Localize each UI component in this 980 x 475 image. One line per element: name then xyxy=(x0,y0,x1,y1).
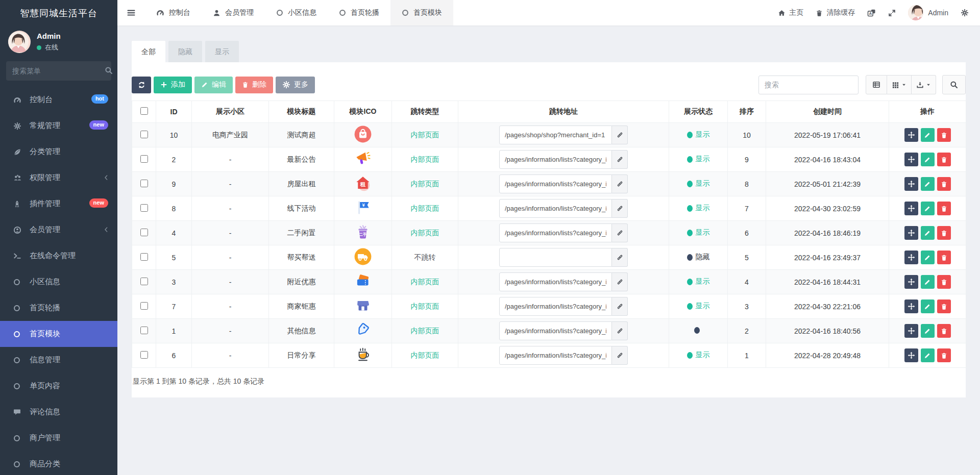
delete-row-button[interactable] xyxy=(937,128,951,142)
delete-row-button[interactable] xyxy=(937,275,951,289)
topbar-tab-5[interactable]: 首页模块 xyxy=(390,0,453,26)
topbar-tab-1[interactable]: 控制台 xyxy=(145,0,202,26)
sidebar-item-7[interactable]: 在线命令管理 xyxy=(0,243,117,269)
row-checkbox[interactable] xyxy=(140,180,148,187)
jump-url-input[interactable] xyxy=(499,297,612,316)
jump-url-input[interactable] xyxy=(499,248,612,267)
move-row-button[interactable] xyxy=(904,251,918,264)
filter-tab-2[interactable]: 隐藏 xyxy=(168,41,202,62)
delete-button[interactable]: 删除 xyxy=(235,77,273,93)
edit-row-button[interactable] xyxy=(921,177,935,191)
delete-row-button[interactable] xyxy=(937,324,951,338)
topbar-tab-4[interactable]: 首页轮播 xyxy=(328,0,390,26)
jump-url-input[interactable] xyxy=(499,126,612,144)
jump-url-input[interactable] xyxy=(499,150,612,169)
edit-row-button[interactable] xyxy=(921,202,935,215)
jump-url-input[interactable] xyxy=(499,174,612,193)
link-button[interactable] xyxy=(612,199,628,218)
row-checkbox[interactable] xyxy=(140,278,148,285)
sidebar-item-5[interactable]: 插件管理new xyxy=(0,191,117,217)
edit-row-button[interactable] xyxy=(921,324,935,338)
edit-row-button[interactable] xyxy=(921,275,935,289)
sidebar-item-9[interactable]: 首页轮播 xyxy=(0,295,117,321)
filter-tab-1[interactable]: 全部 xyxy=(132,41,165,62)
export-button[interactable] xyxy=(912,75,936,94)
sidebar-item-4[interactable]: 权限管理 xyxy=(0,165,117,191)
jump-url-input[interactable] xyxy=(499,223,612,242)
link-button[interactable] xyxy=(612,248,628,267)
more-button[interactable]: 更多 xyxy=(276,77,315,93)
link-button[interactable] xyxy=(612,223,628,242)
filter-tab-3[interactable]: 显示 xyxy=(205,41,239,62)
row-checkbox[interactable] xyxy=(140,253,148,261)
edit-row-button[interactable] xyxy=(921,348,935,362)
link-button[interactable] xyxy=(612,272,628,291)
link-button[interactable] xyxy=(612,174,628,193)
add-button[interactable]: 添加 xyxy=(154,77,192,93)
search-button[interactable] xyxy=(942,75,966,94)
jump-url-input[interactable] xyxy=(499,346,612,365)
home-link[interactable]: 主页 xyxy=(778,8,803,17)
topbar-tab-2[interactable]: 会员管理 xyxy=(202,0,265,26)
sidebar-item-6[interactable]: 会员管理 xyxy=(0,217,117,243)
jump-url-input[interactable] xyxy=(499,272,612,291)
move-row-button[interactable] xyxy=(904,128,918,142)
fullscreen-button[interactable] xyxy=(888,9,896,17)
topbar-tab-3[interactable]: 小区信息 xyxy=(265,0,328,26)
move-row-button[interactable] xyxy=(904,153,918,166)
move-row-button[interactable] xyxy=(904,275,918,289)
edit-row-button[interactable] xyxy=(921,128,935,142)
row-checkbox[interactable] xyxy=(140,131,148,138)
sidebar-item-1[interactable]: 控制台hot xyxy=(0,87,117,113)
sidebar-item-11[interactable]: 信息管理 xyxy=(0,347,117,373)
refresh-button[interactable] xyxy=(132,77,151,93)
language-button[interactable]: A xyxy=(867,9,876,17)
row-checkbox[interactable] xyxy=(140,327,148,334)
move-row-button[interactable] xyxy=(904,177,918,191)
select-all-checkbox[interactable] xyxy=(140,107,148,115)
row-checkbox[interactable] xyxy=(140,351,148,359)
table-search-input[interactable] xyxy=(758,76,859,94)
move-row-button[interactable] xyxy=(904,348,918,362)
delete-row-button[interactable] xyxy=(937,251,951,264)
sidebar-item-3[interactable]: 分类管理 xyxy=(0,139,117,165)
sidebar-item-13[interactable]: 评论信息 xyxy=(0,399,117,425)
delete-row-button[interactable] xyxy=(937,202,951,215)
link-button[interactable] xyxy=(612,321,628,340)
edit-button[interactable]: 编辑 xyxy=(194,77,233,93)
row-checkbox[interactable] xyxy=(140,204,148,212)
user-menu[interactable]: Admin xyxy=(908,5,948,20)
delete-row-button[interactable] xyxy=(937,226,951,240)
move-row-button[interactable] xyxy=(904,324,918,338)
delete-row-button[interactable] xyxy=(937,153,951,166)
link-button[interactable] xyxy=(612,126,628,144)
sidebar-item-14[interactable]: 商户管理 xyxy=(0,425,117,451)
move-row-button[interactable] xyxy=(904,202,918,215)
delete-row-button[interactable] xyxy=(937,177,951,191)
edit-row-button[interactable] xyxy=(921,226,935,240)
menu-toggle-button[interactable] xyxy=(117,0,145,26)
jump-url-input[interactable] xyxy=(499,321,612,340)
delete-row-button[interactable] xyxy=(937,348,951,362)
sidebar-item-8[interactable]: 小区信息 xyxy=(0,269,117,295)
sidebar-item-2[interactable]: 常规管理new xyxy=(0,113,117,139)
edit-row-button[interactable] xyxy=(921,251,935,264)
edit-row-button[interactable] xyxy=(921,299,935,313)
move-row-button[interactable] xyxy=(904,299,918,313)
row-checkbox[interactable] xyxy=(140,302,148,310)
sidebar-item-12[interactable]: 单页内容 xyxy=(0,373,117,399)
delete-row-button[interactable] xyxy=(937,299,951,313)
settings-gear-button[interactable] xyxy=(961,9,969,17)
row-checkbox[interactable] xyxy=(140,229,148,236)
row-checkbox[interactable] xyxy=(140,155,148,163)
jump-url-input[interactable] xyxy=(499,199,612,218)
move-row-button[interactable] xyxy=(904,226,918,240)
detail-view-button[interactable] xyxy=(866,75,887,94)
sidebar-search-input[interactable] xyxy=(12,67,105,75)
link-button[interactable] xyxy=(612,346,628,365)
link-button[interactable] xyxy=(612,150,628,169)
clear-cache-button[interactable]: 清除缓存 xyxy=(816,8,855,17)
link-button[interactable] xyxy=(612,297,628,316)
columns-button[interactable] xyxy=(887,75,912,94)
sidebar-item-10[interactable]: 首页模块 xyxy=(0,321,117,347)
